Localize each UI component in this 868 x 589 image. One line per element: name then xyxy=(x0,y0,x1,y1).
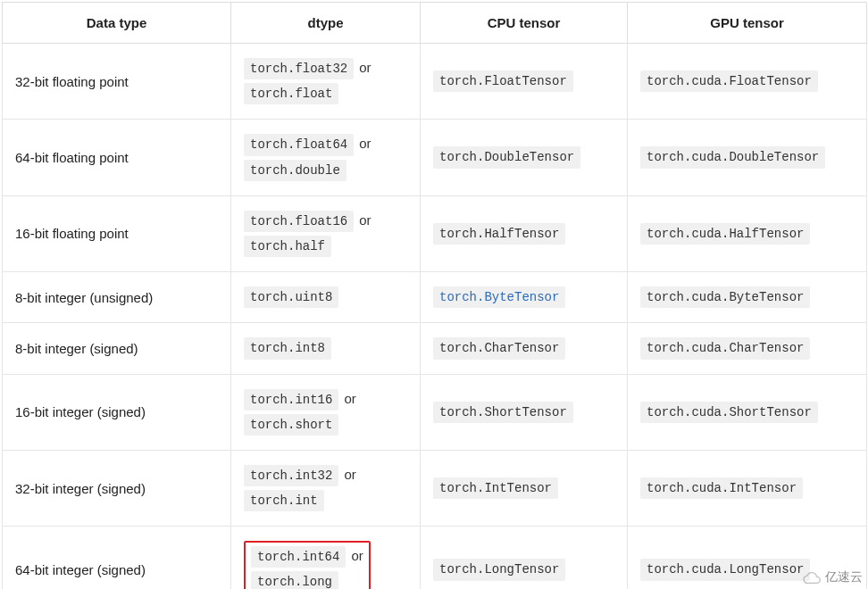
gpu-tensor-cell: torch.cuda.DoubleTensor xyxy=(628,120,867,195)
gpu-tensor-value: torch.cuda.DoubleTensor xyxy=(640,146,825,168)
data-type-desc: 32-bit floating point xyxy=(3,44,231,120)
data-type-desc: 64-bit integer (signed) xyxy=(3,527,231,589)
cpu-tensor-cell: torch.FloatTensor xyxy=(421,44,628,120)
table-row: 8-bit integer (unsigned)torch.uint8torch… xyxy=(3,272,867,323)
dtype-value: torch.int32 xyxy=(244,465,338,486)
cpu-tensor-cell: torch.DoubleTensor xyxy=(421,120,628,195)
data-type-desc: 32-bit integer (signed) xyxy=(3,450,231,526)
gpu-tensor-value: torch.cuda.LongTensor xyxy=(640,559,810,580)
gpu-tensor-value: torch.cuda.IntTensor xyxy=(640,477,803,499)
dtype-value: torch.int xyxy=(244,490,324,511)
data-type-desc: 8-bit integer (unsigned) xyxy=(3,272,231,323)
gpu-tensor-value: torch.cuda.FloatTensor xyxy=(640,71,818,92)
or-label: or xyxy=(344,391,355,406)
table-row: 64-bit floating pointtorch.float64ortorc… xyxy=(3,120,867,195)
cpu-tensor-value: torch.CharTensor xyxy=(433,337,565,359)
dtype-value: torch.long xyxy=(251,571,338,589)
col-gpu-tensor: GPU tensor xyxy=(628,3,867,44)
table-row: 32-bit floating pointtorch.float32ortorc… xyxy=(3,44,867,120)
gpu-tensor-value: torch.cuda.ShortTensor xyxy=(640,402,818,423)
cpu-tensor-cell: torch.CharTensor xyxy=(421,323,628,374)
gpu-tensor-cell: torch.cuda.ShortTensor xyxy=(628,374,867,450)
dtype-value: torch.float32 xyxy=(244,58,354,79)
or-label: or xyxy=(359,212,371,228)
cpu-tensor-value: torch.FloatTensor xyxy=(433,71,573,92)
cpu-tensor-value: torch.IntTensor xyxy=(433,477,558,499)
dtype-cell: torch.int32ortorch.int xyxy=(231,450,421,526)
cpu-tensor-value: torch.ShortTensor xyxy=(433,402,573,423)
dtype-value: torch.half xyxy=(244,236,331,257)
cpu-tensor-cell: torch.LongTensor xyxy=(421,527,628,589)
dtype-value: torch.float16 xyxy=(244,211,354,232)
gpu-tensor-cell: torch.cuda.LongTensor xyxy=(628,527,867,589)
dtype-cell: torch.float16ortorch.half xyxy=(231,195,421,271)
gpu-tensor-value: torch.cuda.ByteTensor xyxy=(640,286,810,308)
dtype-value: torch.float xyxy=(244,83,338,104)
dtype-value: torch.double xyxy=(244,160,346,181)
dtype-value: torch.int16 xyxy=(244,389,338,411)
gpu-tensor-cell: torch.cuda.IntTensor xyxy=(628,450,867,526)
table-row: 16-bit floating pointtorch.float16ortorc… xyxy=(3,195,867,271)
or-label: or xyxy=(344,467,355,482)
gpu-tensor-cell: torch.cuda.CharTensor xyxy=(628,323,867,374)
data-type-desc: 16-bit integer (signed) xyxy=(3,374,231,450)
cpu-tensor-value[interactable]: torch.ByteTensor xyxy=(433,286,565,308)
dtype-cell: torch.int8 xyxy=(231,323,421,374)
col-cpu-tensor: CPU tensor xyxy=(421,3,628,44)
dtype-cell: torch.int64ortorch.long xyxy=(231,527,421,589)
table-row: 64-bit integer (signed)torch.int64ortorc… xyxy=(3,527,867,589)
gpu-tensor-value: torch.cuda.CharTensor xyxy=(640,337,810,359)
col-dtype: dtype xyxy=(231,3,421,44)
data-type-desc: 8-bit integer (signed) xyxy=(3,323,231,374)
data-type-desc: 64-bit floating point xyxy=(3,120,231,195)
gpu-tensor-cell: torch.cuda.HalfTensor xyxy=(628,195,867,271)
dtype-value: torch.int8 xyxy=(244,337,331,359)
dtype-cell: torch.float32ortorch.float xyxy=(231,44,421,120)
dtype-cell: torch.uint8 xyxy=(231,272,421,323)
dtype-cell: torch.float64ortorch.double xyxy=(231,120,421,195)
dtype-table: Data type dtype CPU tensor GPU tensor 32… xyxy=(2,2,867,589)
gpu-tensor-value: torch.cuda.HalfTensor xyxy=(640,223,810,245)
or-label: or xyxy=(359,136,371,151)
table-row: 32-bit integer (signed)torch.int32ortorc… xyxy=(3,450,867,526)
table-row: 8-bit integer (signed)torch.int8torch.Ch… xyxy=(3,323,867,374)
dtype-value: torch.short xyxy=(244,414,338,436)
col-data-type: Data type xyxy=(3,3,231,44)
cpu-tensor-value: torch.LongTensor xyxy=(433,559,565,580)
cpu-tensor-value: torch.HalfTensor xyxy=(433,223,565,245)
dtype-value: torch.float64 xyxy=(244,134,354,155)
or-label: or xyxy=(351,548,363,563)
dtype-value: torch.int64 xyxy=(251,546,346,568)
table-row: 16-bit integer (signed)torch.int16ortorc… xyxy=(3,374,867,450)
cpu-tensor-cell: torch.ShortTensor xyxy=(421,374,628,450)
cpu-tensor-cell: torch.ByteTensor xyxy=(421,272,628,323)
cpu-tensor-value: torch.DoubleTensor xyxy=(433,146,580,168)
cpu-tensor-cell: torch.IntTensor xyxy=(421,450,628,526)
dtype-cell: torch.int16ortorch.short xyxy=(231,374,421,450)
gpu-tensor-cell: torch.cuda.ByteTensor xyxy=(628,272,867,323)
data-type-desc: 16-bit floating point xyxy=(3,195,231,271)
cpu-tensor-cell: torch.HalfTensor xyxy=(421,195,628,271)
dtype-value: torch.uint8 xyxy=(244,286,338,308)
or-label: or xyxy=(359,60,371,75)
gpu-tensor-cell: torch.cuda.FloatTensor xyxy=(628,44,867,120)
table-header-row: Data type dtype CPU tensor GPU tensor xyxy=(3,3,867,44)
